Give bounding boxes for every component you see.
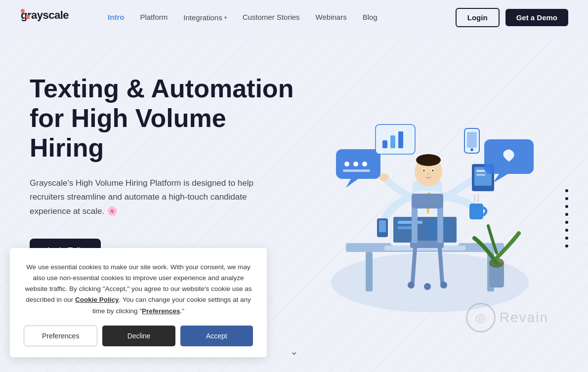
cookie-buttons: Preferences Decline Accept [24, 326, 253, 346]
scroll-dot-2 [565, 197, 568, 200]
scroll-dot-7 [565, 237, 568, 240]
svg-rect-41 [390, 135, 395, 148]
cookie-text: We use essential cookies to make our sit… [24, 262, 253, 317]
logo-dot [26, 15, 30, 19]
svg-rect-33 [343, 169, 370, 172]
cookie-banner: We use essential cookies to make our sit… [10, 248, 267, 357]
navbar: grayscale Intro Platform Integrations▾ C… [0, 0, 588, 35]
chevron-down-icon[interactable]: ⌄ [290, 345, 298, 357]
svg-point-47 [440, 282, 447, 289]
nav-item-customer-stories[interactable]: Customer Stories [243, 13, 300, 22]
hero-description: Grayscale's High Volume Hiring Platform … [30, 176, 262, 219]
nav-actions: Login Get a Demo [456, 8, 568, 27]
nav-links: Intro Platform Integrations▾ Customer St… [108, 13, 378, 22]
nav-item-intro[interactable]: Intro [108, 13, 124, 22]
nav-link-webinars[interactable]: Webinars [316, 13, 347, 21]
scroll-dot-4 [565, 213, 568, 216]
hero-image [306, 100, 553, 337]
nav-item-webinars[interactable]: Webinars [316, 13, 347, 22]
emoji-icon: 🌸 [107, 206, 118, 216]
svg-marker-29 [346, 179, 358, 188]
svg-point-38 [470, 148, 473, 151]
scroll-dot-6 [565, 229, 568, 232]
scroll-indicator [565, 189, 568, 248]
hero-illustration: ◎ Revain [301, 64, 558, 372]
cookie-policy-link[interactable]: Cookie Policy [75, 296, 119, 303]
svg-rect-37 [467, 132, 477, 148]
svg-marker-35 [493, 174, 508, 183]
svg-point-22 [379, 173, 389, 181]
svg-point-46 [408, 282, 415, 289]
svg-rect-6 [398, 221, 422, 224]
nav-link-blog[interactable]: Blog [363, 13, 378, 21]
svg-point-14 [416, 154, 441, 166]
logo: grayscale [20, 9, 30, 26]
svg-point-30 [344, 162, 349, 166]
revain-badge: ◎ Revain [466, 303, 548, 332]
scroll-dot-5 [565, 221, 568, 224]
nav-link-intro[interactable]: Intro [108, 13, 124, 21]
logo-text: grayscale [21, 9, 25, 13]
login-button[interactable]: Login [456, 8, 500, 27]
svg-rect-23 [469, 204, 483, 219]
svg-point-31 [353, 162, 358, 166]
nav-item-blog[interactable]: Blog [363, 13, 378, 22]
decline-button[interactable]: Decline [102, 326, 175, 346]
svg-rect-27 [476, 174, 485, 176]
hero-title: Texting & Automation for High Volume Hir… [30, 74, 301, 163]
nav-item-platform[interactable]: Platform [140, 13, 168, 22]
chevron-down-icon: ▾ [224, 15, 227, 20]
svg-rect-42 [398, 131, 403, 148]
nav-item-integrations[interactable]: Integrations▾ [183, 13, 226, 22]
svg-rect-21 [379, 220, 386, 232]
nav-link-customer-stories[interactable]: Customer Stories [243, 13, 300, 21]
svg-point-17 [423, 169, 425, 171]
scroll-dot-8 [565, 245, 568, 248]
scroll-dot-1 [565, 189, 568, 192]
svg-point-32 [362, 162, 367, 166]
nav-link-platform[interactable]: Platform [140, 13, 168, 21]
nav-link-integrations[interactable]: Integrations▾ [183, 13, 226, 22]
svg-rect-51 [412, 194, 443, 208]
svg-point-48 [424, 283, 431, 290]
svg-rect-40 [382, 140, 387, 148]
svg-rect-2 [366, 252, 373, 291]
preferences-button[interactable]: Preferences [24, 326, 97, 346]
accept-button[interactable]: Accept [180, 326, 253, 346]
get-demo-button[interactable]: Get a Demo [505, 9, 568, 26]
revain-text: Revain [500, 310, 548, 326]
svg-point-18 [432, 169, 434, 171]
svg-point-19 [427, 173, 429, 174]
scroll-dot-3 [565, 205, 568, 208]
revain-icon: ◎ [466, 303, 496, 332]
preferences-link[interactable]: Preferences [142, 307, 180, 315]
